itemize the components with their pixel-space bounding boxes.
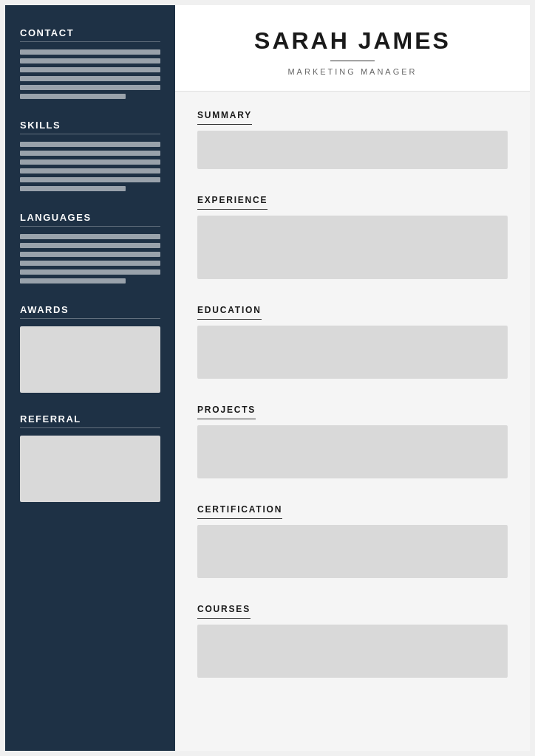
main-content: SARAH JAMES MARKETING MANAGER SUMMARY EX… [175,5,530,751]
resume-header: SARAH JAMES MARKETING MANAGER [175,5,530,92]
courses-content [197,625,508,678]
skills-line-6 [20,186,126,191]
sidebar-section-referral: REFERRAL [20,413,160,502]
education-heading: EDUCATION [197,305,262,320]
projects-content [197,425,508,478]
awards-title: AWARDS [20,304,160,319]
skills-line-1 [20,142,160,147]
summary-content [197,131,508,169]
skills-line-3 [20,159,160,165]
sidebar-section-awards: AWARDS [20,304,160,393]
section-projects: PROJECTS [175,389,530,489]
sidebar-section-languages: LANGUAGES [20,212,160,284]
languages-line-1 [20,234,160,239]
summary-heading: SUMMARY [197,110,252,125]
experience-content [197,216,508,279]
languages-lines [20,234,160,284]
languages-title: LANGUAGES [20,212,160,227]
contact-line-6 [20,94,126,99]
skills-line-4 [20,168,160,173]
awards-box [20,326,160,393]
languages-line-6 [20,278,126,284]
sidebar-section-skills: SKILLS [20,120,160,191]
skills-line-2 [20,151,160,156]
sidebar-section-contact: CONTACT [20,27,160,99]
languages-line-5 [20,269,160,275]
section-summary: SUMMARY [175,94,530,179]
languages-line-4 [20,261,160,266]
skills-lines [20,142,160,191]
certification-content [197,525,508,578]
section-certification: CERTIFICATION [175,489,530,588]
contact-lines [20,49,160,99]
contact-line-1 [20,49,160,55]
referral-title: REFERRAL [20,413,160,428]
projects-heading: PROJECTS [197,405,256,419]
section-experience: EXPERIENCE [175,179,530,289]
section-education: EDUCATION [175,289,530,389]
contact-line-5 [20,85,160,90]
candidate-name: SARAH JAMES [197,27,508,55]
skills-line-5 [20,177,160,182]
contact-line-2 [20,58,160,63]
experience-heading: EXPERIENCE [197,195,268,210]
header-divider [330,61,375,61]
languages-line-2 [20,243,160,248]
contact-line-3 [20,67,160,72]
section-courses: COURSES [175,588,530,688]
languages-line-3 [20,252,160,257]
certification-heading: CERTIFICATION [197,504,282,519]
referral-box [20,436,160,502]
contact-line-4 [20,76,160,81]
skills-title: SKILLS [20,120,160,134]
resume-container: CONTACT SKILLS LANGUAGES [5,5,530,751]
sidebar: CONTACT SKILLS LANGUAGES [5,5,175,751]
candidate-title: MARKETING MANAGER [197,67,508,76]
education-content [197,326,508,379]
courses-heading: COURSES [197,604,251,619]
contact-title: CONTACT [20,27,160,42]
